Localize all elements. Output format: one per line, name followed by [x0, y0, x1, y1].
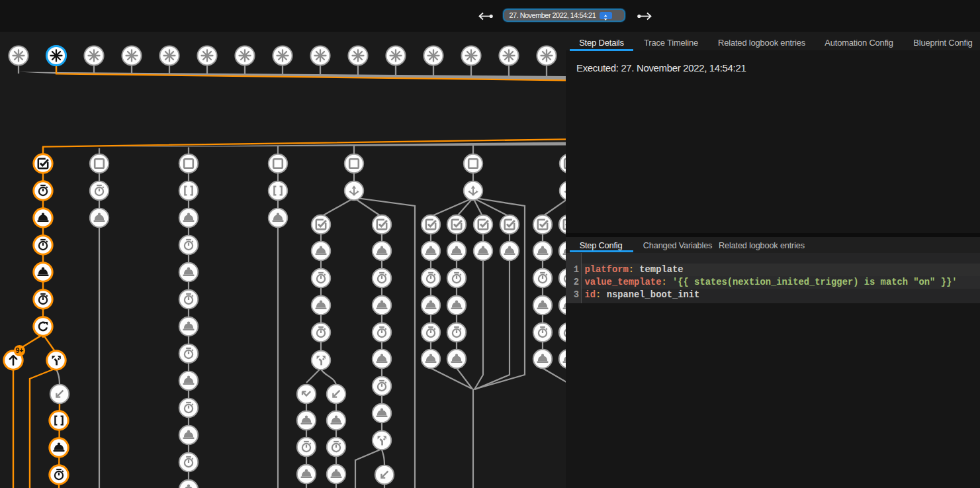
svg-text:9+: 9+ — [16, 346, 24, 354]
